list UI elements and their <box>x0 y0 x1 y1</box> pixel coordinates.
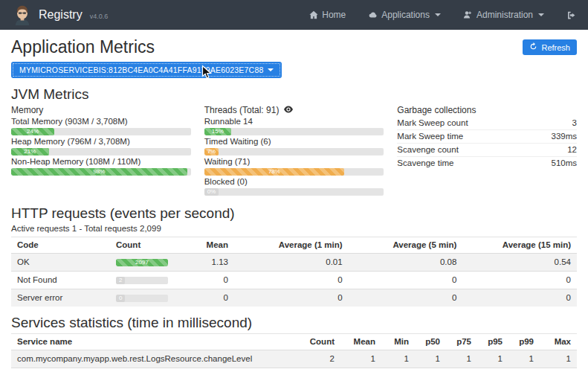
gc-value: 510ms <box>551 158 577 168</box>
instance-dropdown-label: MYMICROSERVICEBIS:812BC4EA0C4A41FFA9179A… <box>19 65 263 74</box>
progress-fill: 24% <box>11 128 54 135</box>
gc-label: Scavenge count <box>397 145 458 155</box>
gc-panel: Garbage collections Mark Sweep count 3 M… <box>397 105 577 197</box>
eye-icon[interactable] <box>284 105 293 116</box>
gc-value: 12 <box>567 145 577 155</box>
metric-total-memory: Total Memory (903M / 3,708M) 24% <box>11 117 191 135</box>
progress-fill: 2097 <box>116 259 168 266</box>
progress-fill: 0% <box>204 188 219 196</box>
jvm-grid: Memory Total Memory (903M / 3,708M) 24% … <box>11 105 577 197</box>
table-row: Server error 0 0 0 0 0 <box>11 289 577 307</box>
threads-title: Threads (Total: 91) <box>204 105 384 116</box>
cell-avg15: 0 <box>462 289 577 307</box>
progress-fill: 7% <box>204 148 219 155</box>
cell-avg5: 0.08 <box>349 254 463 272</box>
brand[interactable]: Registry v4.0.6 <box>12 4 108 25</box>
cell-avg1: 0.01 <box>234 254 349 272</box>
col-service-name: Service name <box>11 334 300 350</box>
col-mean: Mean <box>196 237 234 254</box>
progress-track: 78% <box>204 168 384 176</box>
gc-label: Mark Sweep time <box>397 132 463 141</box>
http-requests-title: HTTP requests (events per second) <box>11 205 577 222</box>
progress-fill: 21% <box>11 148 49 155</box>
nav-applications-label: Applications <box>381 10 430 20</box>
cell-p95: 1 <box>477 350 508 368</box>
nav-administration-label: Administration <box>476 10 533 20</box>
nav-applications[interactable]: Applications <box>368 10 441 20</box>
nav-administration[interactable]: Administration <box>463 10 544 20</box>
metric-waiting: Waiting (71) 78% <box>204 157 384 176</box>
cell-avg5: 0 <box>349 289 463 307</box>
metric-label: Heap Memory (796M / 3,708M) <box>11 137 191 147</box>
gc-value: 339ms <box>551 132 577 141</box>
table-row: com.mycompany.myapp.web.rest.LogsResourc… <box>11 368 577 372</box>
col-max: Max <box>540 334 577 350</box>
cell-avg5: 0 <box>349 272 463 289</box>
progress-fill: 98% <box>11 168 187 176</box>
progress-fill: 0 <box>116 295 125 302</box>
gc-row: Mark Sweep time 339ms <box>397 130 577 144</box>
cell-p75: 166 <box>446 368 477 372</box>
cell-count: 0 <box>110 289 196 307</box>
col-count: Count <box>300 334 340 350</box>
cell-avg1: 0 <box>234 272 349 289</box>
gc-value: 3 <box>572 118 577 128</box>
progress-fill: 78% <box>204 168 345 176</box>
http-requests-subtitle: Active requests 1 - Total requests 2,099 <box>11 224 577 234</box>
cell-service-name: com.mycompany.myapp.web.rest.LogsResourc… <box>11 350 300 368</box>
cell-count: 2097 <box>110 254 196 272</box>
table-row: Not Found 2 0 0 0 0 <box>11 272 577 289</box>
cell-p50: 143 <box>415 368 446 372</box>
metric-nonheap-memory: Non-Heap Memory (108M / 110M) 98% <box>11 157 191 176</box>
cell-p50: 1 <box>415 350 446 368</box>
col-p99: p99 <box>508 334 540 350</box>
nav-home-label: Home <box>322 10 346 20</box>
metric-label: Waiting (71) <box>204 157 384 167</box>
progress-fill: 2 <box>116 277 125 284</box>
caret-down-icon <box>435 13 441 16</box>
cell-code: Server error <box>11 289 110 307</box>
nav-home[interactable]: Home <box>309 10 346 20</box>
progress-fill: 15% <box>204 128 231 135</box>
gc-row: Scavenge time 510ms <box>397 157 577 170</box>
progress-track: 2 <box>116 277 168 284</box>
memory-panel: Memory Total Memory (903M / 3,708M) 24% … <box>11 105 191 197</box>
brand-name: Registry <box>39 8 83 22</box>
col-count: Count <box>110 237 196 254</box>
cell-count: 2 <box>110 272 196 289</box>
progress-track: 2097 <box>116 259 168 266</box>
gc-row: Mark Sweep count 3 <box>397 117 577 130</box>
table-row: com.mycompany.myapp.web.rest.LogsResourc… <box>11 350 577 368</box>
nav-signout[interactable] <box>566 10 576 20</box>
services-statistics-title: Services statistics (time in millisecond… <box>11 315 577 331</box>
cell-code: Not Found <box>11 272 110 289</box>
progress-track: 0% <box>204 188 384 196</box>
cell-mean: 0 <box>196 289 234 307</box>
instance-dropdown[interactable]: MYMICROSERVICEBIS:812BC4EA0C4A41FFA9179A… <box>11 62 282 78</box>
cell-code: OK <box>11 254 110 272</box>
table-header-row: Code Count Mean Average (1 min) Average … <box>11 237 577 254</box>
caret-down-icon <box>538 13 544 16</box>
metric-label: Runnable 14 <box>204 117 384 126</box>
user-plus-icon <box>463 10 473 19</box>
caret-down-icon <box>268 68 274 71</box>
jvm-metrics-title: JVM Metrics <box>11 86 577 103</box>
refresh-label: Refresh <box>541 43 570 52</box>
cell-mean: 1 <box>340 350 381 368</box>
main-content: Application Metrics Refresh MYMICROSERVI… <box>0 37 588 372</box>
metric-timed-waiting: Timed Waiting (6) 7% <box>204 137 384 155</box>
cell-mean: 0 <box>196 272 234 289</box>
progress-track: 0 <box>116 295 168 302</box>
cell-p75: 1 <box>446 350 477 368</box>
refresh-button[interactable]: Refresh <box>523 39 577 55</box>
col-avg15: Average (15 min) <box>462 237 577 254</box>
col-code: Code <box>11 237 110 254</box>
memory-title: Memory <box>11 105 191 116</box>
navbar: Registry v4.0.6 Home Applications <box>0 0 588 30</box>
cell-count: 2 <box>300 350 340 368</box>
table-header-row: Service name Count Mean Min p50 p75 p95 … <box>11 334 577 350</box>
page-header: Application Metrics Refresh <box>11 37 577 57</box>
col-p50: p50 <box>415 334 446 350</box>
cell-count: 4 <box>300 368 340 372</box>
cell-p95: 166 <box>477 368 508 372</box>
